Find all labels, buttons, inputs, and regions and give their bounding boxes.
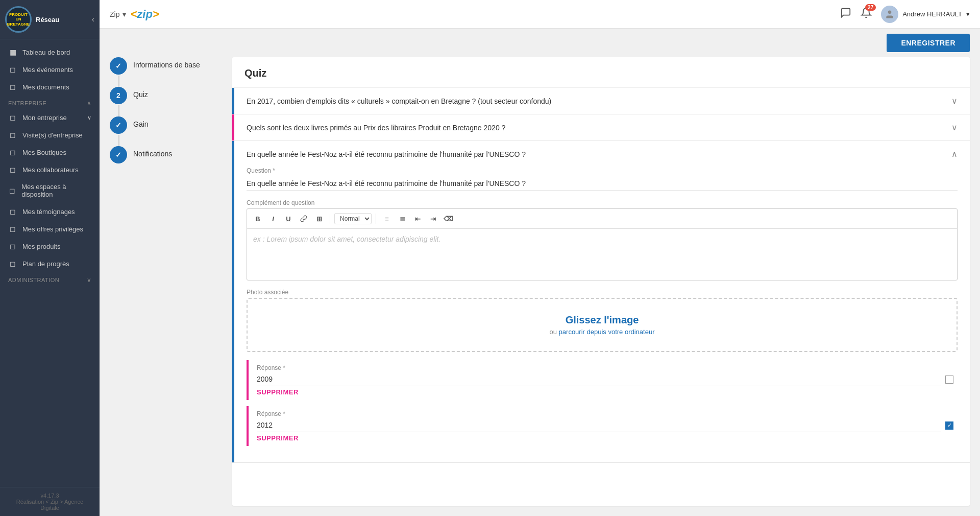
complement-field-group: Complément de question B I U ⊞ xyxy=(247,199,958,280)
rte-indent-dec-button[interactable]: ⇤ xyxy=(411,212,424,225)
sidebar-item-mes-boutiques[interactable]: ◻ Mes Boutiques xyxy=(0,144,100,161)
pin-icon: ◻ xyxy=(8,131,17,139)
main-content: Zip ▾ <zip> 27 Andrew HERRAULT ▾ xyxy=(100,0,980,516)
calendar-icon: ◻ xyxy=(8,65,17,74)
rte-link-button[interactable] xyxy=(297,212,310,225)
step-circle-4: ✓ xyxy=(110,146,127,163)
rte-clear-button[interactable]: ⌫ xyxy=(442,212,455,225)
quiz-form-card: Quiz En 2017, combien d'emplois dits « c… xyxy=(232,57,970,506)
rte-editor: B I U ⊞ Normal xyxy=(247,208,958,280)
quiz-question-3-body: Question * Complément de question B I U xyxy=(232,167,970,462)
answer-1-checkbox[interactable] xyxy=(945,376,953,384)
photo-label: Photo associée xyxy=(247,289,958,296)
topbar-right: 27 Andrew HERRAULT ▾ xyxy=(840,6,970,23)
step-label-4: Notifications xyxy=(133,146,172,158)
step-label-1: Informations de base xyxy=(133,57,200,69)
sidebar-logo: PRODUITENBRETAGNE xyxy=(5,6,32,33)
quiz-title: Quiz xyxy=(244,67,958,79)
mon-entreprise-arrow: ∨ xyxy=(87,114,91,121)
users-icon: ◻ xyxy=(8,166,17,174)
rte-bold-button[interactable]: B xyxy=(251,212,264,225)
step-circle-1: ✓ xyxy=(110,57,127,75)
sidebar-network-title: Réseau xyxy=(36,16,59,24)
sidebar-logo-area: PRODUITENBRETAGNE Réseau xyxy=(5,6,59,33)
rte-ul-button[interactable]: ≡ xyxy=(380,212,394,225)
step-informations-de-base: ✓ Informations de base xyxy=(110,57,222,75)
sidebar-item-mes-collaborateurs[interactable]: ◻ Mes collaborateurs xyxy=(0,161,100,178)
notifications-button[interactable]: 27 xyxy=(861,7,872,21)
photo-drop-zone[interactable]: Glissez l'image ou parcourir depuis votr… xyxy=(247,298,958,352)
quiz-question-1-header[interactable]: En 2017, combien d'emplois dits « cultur… xyxy=(232,88,970,114)
sidebar-header: PRODUITENBRETAGNE Réseau ‹ xyxy=(0,0,100,39)
sidebar-item-mon-entreprise[interactable]: ◻ Mon entreprise ∨ xyxy=(0,109,100,126)
rte-format-select[interactable]: Normal Titre 1 Titre 2 Titre 3 xyxy=(334,213,372,224)
notification-badge: 27 xyxy=(865,4,876,11)
sidebar-item-mes-offres[interactable]: ◻ Mes offres privilèges xyxy=(0,220,100,238)
answer-2-input[interactable] xyxy=(257,418,941,432)
step-quiz: 2 Quiz xyxy=(110,87,222,104)
box-icon: ◻ xyxy=(8,186,16,195)
document-icon: ◻ xyxy=(8,83,17,91)
quiz-question-1-text: En 2017, combien d'emplois dits « cultur… xyxy=(247,97,551,105)
sidebar-collapse-button[interactable]: ‹ xyxy=(92,15,94,24)
topbar-logo: <zip> xyxy=(130,8,159,21)
sidebar-item-visites-entreprise[interactable]: ◻ Visite(s) d'entreprise xyxy=(0,126,100,144)
svg-point-0 xyxy=(888,10,892,14)
rte-table-button[interactable]: ⊞ xyxy=(312,212,326,225)
section-entreprise: ENTREPRISE ∧ xyxy=(0,96,100,109)
rte-separator-2 xyxy=(376,214,376,224)
content-area: ENREGISTRER ✓ Informations de base 2 Qui… xyxy=(100,29,980,516)
answer-1-delete-button[interactable]: SUPPRIMER xyxy=(249,386,307,398)
section-entreprise-arrow[interactable]: ∧ xyxy=(87,100,92,107)
steps-panel: ✓ Informations de base 2 Quiz ✓ Gain ✓ N… xyxy=(110,57,222,506)
sidebar-item-mes-evenements[interactable]: ◻ Mes événements xyxy=(0,61,100,78)
breadcrumb[interactable]: Zip ▾ xyxy=(110,10,126,18)
quiz-question-3-text: En quelle année le Fest-Noz a-t-il été r… xyxy=(247,150,526,158)
sidebar-item-mes-temoignages[interactable]: ◻ Mes témoignages xyxy=(0,203,100,220)
rte-underline-button[interactable]: U xyxy=(282,212,295,225)
answer-2-inner: ✓ xyxy=(249,418,958,432)
quiz-question-3-chevron: ∧ xyxy=(951,149,958,159)
save-button[interactable]: ENREGISTRER xyxy=(887,34,970,52)
question-input[interactable] xyxy=(247,176,958,191)
sidebar-footer: v4.17.3 Réalisation < Zip > Agence Digit… xyxy=(0,487,100,516)
user-dropdown-arrow: ▾ xyxy=(966,10,970,18)
sidebar-item-plan-progres[interactable]: ◻ Plan de progrès xyxy=(0,255,100,272)
topbar: Zip ▾ <zip> 27 Andrew HERRAULT ▾ xyxy=(100,0,980,29)
step-circle-2: 2 xyxy=(110,87,127,104)
chart-icon: ◻ xyxy=(8,260,17,268)
topbar-left: Zip ▾ <zip> xyxy=(110,8,159,21)
shop-icon: ◻ xyxy=(8,148,17,156)
answer-1-input[interactable] xyxy=(257,372,941,386)
rte-body[interactable]: ex : Lorem ipsum dolor sit amet, consect… xyxy=(247,229,957,280)
section-administration-arrow[interactable]: ∨ xyxy=(87,276,92,284)
messages-button[interactable] xyxy=(840,7,851,21)
answer-row-1: Réponse * SUPPRIMER xyxy=(247,360,958,400)
sidebar-item-mes-produits[interactable]: ◻ Mes produits xyxy=(0,238,100,255)
user-menu[interactable]: Andrew HERRAULT ▾ xyxy=(881,6,970,23)
step-notifications: ✓ Notifications xyxy=(110,146,222,163)
quiz-question-3-header[interactable]: En quelle année le Fest-Noz a-t-il été r… xyxy=(232,141,970,167)
photo-drop-sub: ou parcourir depuis votre ordinateur xyxy=(263,328,941,336)
quiz-question-2-chevron: ∨ xyxy=(951,123,958,132)
sidebar: PRODUITENBRETAGNE Réseau ‹ ▦ Tableau de … xyxy=(0,0,100,516)
rte-ol-button[interactable]: ≣ xyxy=(396,212,409,225)
star-icon: ◻ xyxy=(8,225,17,233)
quiz-question-2-header[interactable]: Quels sont les deux livres primés au Pri… xyxy=(232,114,970,140)
chat-icon: ◻ xyxy=(8,207,17,216)
rte-italic-button[interactable]: I xyxy=(266,212,280,225)
breadcrumb-arrow-icon: ▾ xyxy=(122,10,126,18)
rte-indent-inc-button[interactable]: ⇥ xyxy=(426,212,439,225)
answer-1-inner xyxy=(249,372,958,386)
complement-label: Complément de question xyxy=(247,199,958,206)
sidebar-item-tableau-de-bord[interactable]: ▦ Tableau de bord xyxy=(0,43,100,61)
answer-2-delete-button[interactable]: SUPPRIMER xyxy=(249,432,307,444)
quiz-question-1-chevron: ∨ xyxy=(951,96,958,106)
sidebar-item-mes-documents[interactable]: ◻ Mes documents xyxy=(0,78,100,96)
quiz-question-2: Quels sont les deux livres primés au Pri… xyxy=(232,114,970,141)
sidebar-nav: ▦ Tableau de bord ◻ Mes événements ◻ Mes… xyxy=(0,39,100,487)
sidebar-item-mes-espaces[interactable]: ◻ Mes espaces à disposition xyxy=(0,178,100,203)
photo-browse-link[interactable]: parcourir depuis votre ordinateur xyxy=(559,328,655,336)
photo-field-group: Photo associée Glissez l'image ou parcou… xyxy=(247,289,958,352)
answer-2-checkbox[interactable]: ✓ xyxy=(945,421,953,430)
